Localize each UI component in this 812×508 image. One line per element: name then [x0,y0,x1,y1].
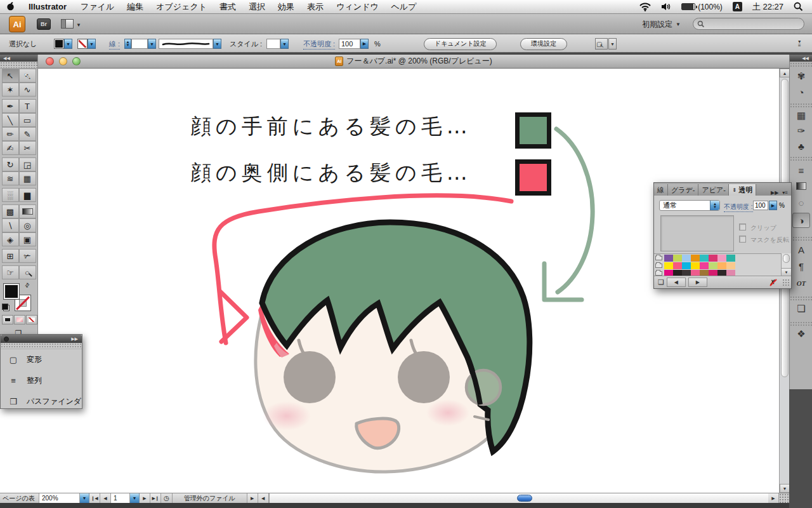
gradient-panel-icon[interactable] [792,178,810,194]
swatch-scrollbar[interactable]: ▼ [781,253,791,276]
brush-dropdown-button[interactable]: ▼ [213,39,221,49]
swatch[interactable] [664,262,673,269]
appearance-icon[interactable]: ◌ [792,195,810,210]
stroke-weight-field[interactable] [131,39,148,49]
window-resize-grip[interactable] [779,493,789,503]
status-display-label[interactable]: ページの表 [0,493,39,503]
scrollbar-thumb[interactable] [783,254,790,263]
character-panel-icon[interactable]: A [792,242,810,257]
selection-options-caret[interactable]: ▼ [608,38,617,50]
pencil-tool[interactable]: ✎ [19,127,36,141]
file-status[interactable]: 管理外のファイル [173,493,247,503]
panel-menu-icon[interactable]: ▾≡ [782,190,788,196]
panel-menu-icon[interactable]: ▾≡ [798,34,801,53]
symbols-icon[interactable]: ♣ [792,138,810,154]
tools-panel-collapse[interactable]: ◀◀ [0,55,37,62]
menu-type[interactable]: 書式 [213,1,242,13]
rotate-tool[interactable]: ↻ [2,157,19,171]
blend-mode-select[interactable]: 通常 ▲▼ [659,200,720,211]
tab-transparency[interactable]: ⇕透明 [729,184,756,196]
pen-tool[interactable]: ✒ [2,99,19,113]
warp-tool[interactable]: ≋ [2,171,19,185]
swatch[interactable] [682,262,691,269]
stroke-dropdown-button[interactable]: ▼ [88,39,96,49]
direct-selection-tool[interactable]: ↖ [19,69,36,83]
status-menu-button[interactable]: ▶ [247,493,258,503]
swatch[interactable] [709,255,717,262]
next-library-button[interactable]: ▶ [688,277,707,287]
paintbrush-tool[interactable]: ✏ [2,127,19,141]
swatch[interactable] [726,255,735,262]
menu-effect[interactable]: 効果 [272,1,301,13]
bridge-button[interactable]: Br [37,18,51,30]
none-button[interactable] [26,315,37,324]
color-button[interactable] [2,315,13,324]
tab-gradient[interactable]: グラデ- [668,184,698,196]
blend-tool[interactable]: ◎ [19,218,36,232]
scissors-tool[interactable]: ✂ [19,141,36,155]
spotlight-icon[interactable] [789,2,812,11]
fill-swatch[interactable] [54,39,64,49]
next-page-button[interactable]: ▶ [140,493,150,503]
dock-collapse[interactable]: ◀◀ [790,55,812,62]
scroll-down-icon[interactable]: ▼ [780,484,790,493]
preferences-button[interactable]: 環境設定 [520,34,567,53]
horizontal-scroll-thumb[interactable] [517,495,532,502]
volume-icon[interactable] [656,3,676,11]
stroke-weight-stepper[interactable]: ▲▼ [124,39,131,49]
first-page-button[interactable]: ❙◀ [89,493,100,503]
previous-library-button[interactable]: ◀ [667,277,686,287]
stroke-weight-label[interactable]: 線 : [109,39,120,50]
brush-definition-control[interactable]: ▼ [159,34,221,53]
apple-menu[interactable] [0,1,21,13]
panel-header[interactable]: ▶▶ [1,335,82,343]
swatch[interactable] [691,255,700,262]
opacity-control[interactable]: 100 ▶ [339,34,369,53]
folder-icon[interactable] [655,264,662,268]
arrange-documents-icon[interactable] [61,19,74,29]
selection-tool[interactable]: ↖ [2,69,19,83]
brushes-icon[interactable]: ✑ [792,123,810,138]
tab-stroke[interactable]: 線 [654,184,668,196]
tools-panel-drag-handle[interactable] [0,62,37,69]
artboard-tool[interactable]: ⊞ [2,249,19,263]
panel-resize-grip[interactable] [782,279,790,286]
panel-expand-icon[interactable]: ▶▶ [771,190,778,196]
swatch[interactable] [691,262,700,269]
swap-fill-stroke-icon[interactable]: ⇄ [23,281,31,289]
menu-clock[interactable]: 土 22:27 [747,1,789,13]
stroke-weight-dropdown[interactable]: ▼ [148,39,156,49]
gradient-tool[interactable]: ▨ [19,204,36,218]
folder-icon[interactable] [655,256,662,260]
scroll-down-icon[interactable]: ▼ [782,268,791,276]
panel-opacity-field[interactable]: 100 [753,201,768,210]
stroke-weight-control[interactable]: ▲▼ ▼ [124,34,156,53]
symbol-sprayer-tool[interactable]: ░ [2,188,19,202]
swatch[interactable] [726,262,735,269]
mesh-tool[interactable]: ▩ [2,204,19,218]
free-transform-tool[interactable]: ▦ [19,171,36,185]
page-number-field[interactable]: 1 [111,493,130,503]
menu-object[interactable]: オブジェクト [150,1,213,13]
tab-align[interactable]: ≡ 整列 [1,370,82,391]
swatch[interactable] [682,255,691,262]
stroke-panel-icon[interactable]: ≡ [792,163,810,178]
panel-expand-icon[interactable]: ▶▶ [71,337,78,342]
zoom-dropdown-button[interactable]: ▼ [80,493,89,503]
swatch[interactable] [673,255,682,262]
page-dropdown-button[interactable]: ▼ [130,493,140,503]
last-page-button[interactable]: ▶❙ [150,493,161,503]
layers-panel-icon[interactable]: ❖ [792,326,810,342]
tab-transform[interactable]: ▢ 変形 [1,349,82,370]
swatch[interactable] [673,262,682,269]
menu-help[interactable]: ヘルプ [385,1,423,13]
menu-file[interactable]: ファイル [74,1,121,13]
panel-opacity-dropdown[interactable]: ▶ [769,201,777,210]
color-panel-icon[interactable]: ✾ [792,69,810,84]
menu-view[interactable]: 表示 [301,1,330,13]
search-input[interactable] [693,18,804,30]
battery-indicator[interactable]: (100%) [676,3,728,11]
document-setup-button[interactable]: ドキュメント設定 [424,34,497,53]
transparency-panel-icon[interactable]: ◑ [792,213,810,228]
tab-appearance[interactable]: アピア- [698,184,729,196]
